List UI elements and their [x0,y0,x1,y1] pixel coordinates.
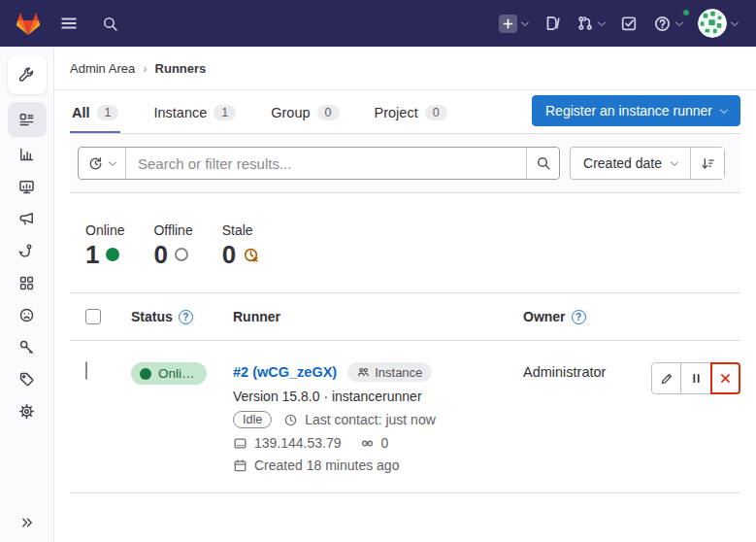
status-badge: Onli… [131,362,207,385]
question-circle-icon [653,15,672,33]
sidebar-item-applications[interactable] [8,267,47,299]
column-header-runner: Runner [233,309,280,324]
runners-table: Status ? Runner Owner ? [70,292,740,493]
tab-count-badge: 0 [317,105,340,120]
notification-dot [682,9,690,17]
close-icon [719,372,732,385]
row-actions [634,362,740,473]
tab-project[interactable]: Project 0 [373,94,449,133]
tab-count-badge: 1 [214,105,236,120]
sidebar-item-settings[interactable] [8,395,47,427]
tanuki-icon [16,12,41,36]
runner-link[interactable]: #2 (wCG_zeGX) [233,364,337,380]
pause-runner-button[interactable] [681,362,711,394]
online-dot-icon [140,368,151,380]
runner-type-label: Instance [375,365,422,380]
help-button[interactable] [647,11,688,37]
runner-stats: Online 1 Offline 0 Stale 0 [70,193,740,292]
sidebar-item-monitoring[interactable] [8,171,47,203]
chart-icon [18,147,35,163]
tab-group[interactable]: Group 0 [269,94,341,133]
chevron-down-icon [598,17,606,25]
search-submit-button[interactable] [526,148,559,179]
tab-label: Group [271,105,310,120]
online-status-icon [106,248,119,261]
sidebar-item-analytics[interactable] [8,139,47,171]
ip-address-text: 139.144.53.79 [254,435,342,451]
sidebar-item-deploy-keys[interactable] [8,331,47,363]
sidebar-item-overview[interactable] [8,102,47,137]
merge-requests-button[interactable] [571,11,610,36]
search-icon [536,155,551,171]
chevron-down-icon [521,17,529,25]
breadcrumb-current: Runners [155,61,207,76]
sort-controls: Created date [570,147,725,180]
todos-button[interactable] [614,11,643,36]
stat-label: Offline [153,222,192,238]
new-menu-button[interactable] [493,11,534,37]
tab-all[interactable]: All 1 [70,94,120,133]
table-header-row: Status ? Runner Owner ? [70,292,740,341]
sidebar-item-system-hooks[interactable] [8,235,47,267]
tab-label: Project [375,105,418,120]
stat-stale: Stale 0 [222,222,259,267]
plus-icon [499,15,517,33]
runner-type-badge: Instance [347,362,432,382]
stat-value: 1 [85,242,99,267]
issues-icon [543,15,561,32]
owner-help-icon[interactable]: ? [572,310,586,324]
breadcrumb-admin-area[interactable]: Admin Area [70,61,135,76]
tab-label: All [72,105,90,120]
ip-address-icon [233,436,247,451]
status-badge-label: Onli… [158,366,195,381]
user-menu-button[interactable] [692,5,743,42]
stat-label: Stale [222,222,259,238]
sidebar-item-messages[interactable] [8,203,47,235]
row-checkbox[interactable] [85,361,87,380]
main-content: Admin Area › Runners All 1 Instance 1 G [54,47,756,542]
search-input[interactable] [126,148,526,179]
delete-runner-button[interactable] [710,362,740,394]
link-count: 0 [381,435,389,451]
sort-direction-button[interactable] [691,148,724,179]
chevron-down-icon [731,17,739,25]
chevron-down-icon [671,157,678,165]
tab-count-badge: 0 [425,105,447,120]
runner-summary-cell: #2 (wCG_zeGX) Instance Version 15.8.0 · … [215,362,506,473]
apps-grid-icon [18,275,35,291]
register-instance-runner-button[interactable]: Register an instance runner [532,95,740,126]
clock-icon [283,413,298,427]
register-button-label: Register an instance runner [545,103,712,119]
gitlab-logo-icon[interactable] [13,8,44,39]
chevron-down-icon [109,157,116,165]
select-all-checkbox[interactable] [85,309,101,324]
overview-icon [18,112,35,128]
chevron-down-icon [720,105,728,113]
sidebar-item-abuse-reports[interactable] [8,299,47,331]
search-history-dropdown[interactable] [79,148,126,179]
monitor-icon [18,179,35,195]
sad-face-icon [18,307,35,323]
sidebar-item-admin-area[interactable] [8,55,47,94]
merge-request-icon [576,15,594,32]
search-icon[interactable] [94,8,125,39]
issues-button[interactable] [538,11,567,36]
chevron-double-right-icon [19,515,35,530]
stat-offline: Offline 0 [153,222,192,267]
column-header-status: Status [131,309,173,324]
last-contact-text: Last contact: just now [305,412,436,427]
tab-instance[interactable]: Instance 1 [151,94,238,133]
hamburger-menu-icon[interactable] [53,8,84,39]
pencil-icon [660,372,674,386]
avatar [698,9,727,38]
status-help-icon[interactable]: ? [179,310,193,324]
sort-by-dropdown[interactable]: Created date [571,148,691,179]
edit-runner-button[interactable] [651,362,681,394]
group-icon [357,366,370,379]
sidebar-item-labels[interactable] [8,363,47,395]
tab-label: Instance [153,105,207,120]
breadcrumb: Admin Area › Runners [54,47,756,90]
runner-version: Version 15.8.0 · instancerunner [233,389,498,404]
expand-sidebar-button[interactable] [0,515,54,530]
hook-icon [18,243,35,259]
